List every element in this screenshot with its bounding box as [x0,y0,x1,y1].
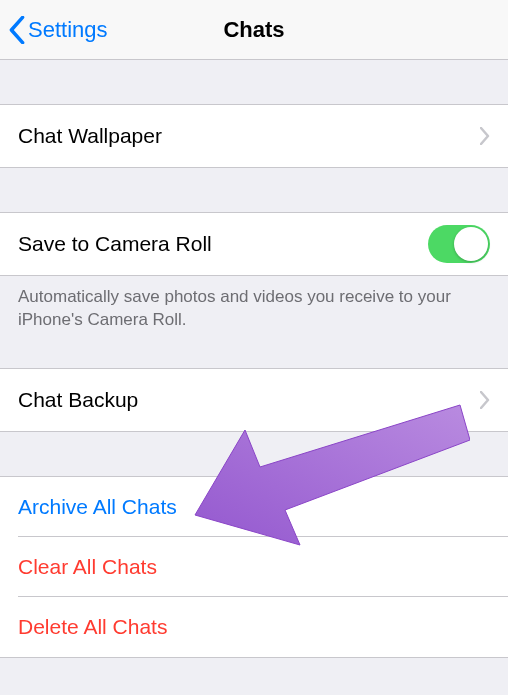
chevron-right-icon [480,127,490,145]
archive-all-chats-row[interactable]: Archive All Chats [0,477,508,537]
clear-all-chats-row[interactable]: Clear All Chats [0,537,508,597]
spacer [0,60,508,104]
archive-all-chats-label: Archive All Chats [18,495,177,519]
chevron-left-icon [8,16,26,44]
delete-all-chats-row[interactable]: Delete All Chats [0,597,508,657]
chevron-right-icon [480,391,490,409]
save-camera-roll-row: Save to Camera Roll [0,212,508,276]
chat-backup-row[interactable]: Chat Backup [0,368,508,432]
spacer [0,332,508,368]
back-label: Settings [28,17,108,43]
chat-wallpaper-row[interactable]: Chat Wallpaper [0,104,508,168]
chat-wallpaper-label: Chat Wallpaper [18,124,162,148]
actions-group: Archive All Chats Clear All Chats Delete… [0,476,508,658]
spacer [0,432,508,476]
save-camera-roll-toggle[interactable] [428,225,490,263]
clear-all-chats-label: Clear All Chats [18,555,157,579]
page-title: Chats [223,17,284,43]
nav-bar: Settings Chats [0,0,508,60]
save-camera-roll-label: Save to Camera Roll [18,232,212,256]
spacer [0,168,508,212]
save-camera-roll-footer: Automatically save photos and videos you… [0,276,508,332]
switch-knob [454,227,488,261]
chat-backup-label: Chat Backup [18,388,138,412]
back-button[interactable]: Settings [8,0,108,59]
delete-all-chats-label: Delete All Chats [18,615,167,639]
